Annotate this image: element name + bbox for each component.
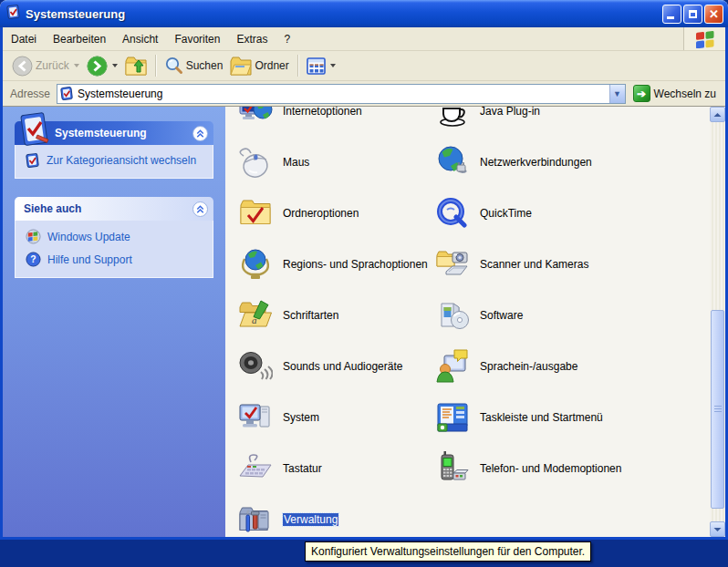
- item-java[interactable]: Java Plug-in: [435, 107, 540, 129]
- tooltip: Konfiguriert Verwaltungseinstellungen fü…: [305, 541, 591, 562]
- address-dropdown-button[interactable]: ▼: [609, 85, 625, 103]
- scroll-up-icon: [713, 112, 722, 118]
- explorer-window: Systemsteuerung ✕ Datei Bearbeiten Ansic…: [0, 0, 728, 540]
- network-connections-icon: [435, 145, 470, 180]
- chevron-down-icon: ▼: [613, 89, 621, 98]
- help-icon: ?: [26, 252, 41, 267]
- fonts-icon: a: [238, 298, 273, 333]
- sounds-audio-icon: [238, 349, 273, 384]
- windows-update-link[interactable]: Windows Update: [26, 229, 205, 244]
- back-dropdown-icon[interactable]: [74, 64, 79, 67]
- close-button[interactable]: ✕: [704, 5, 723, 24]
- see-also-panel: Siehe auch Windows Update ? Hilfe und Su…: [15, 197, 213, 278]
- phone-modem-icon: [435, 451, 470, 486]
- item-label: Schriftarten: [283, 309, 338, 322]
- item-label: Sprachein-/ausgabe: [480, 360, 577, 373]
- forward-button[interactable]: [83, 51, 121, 80]
- vertical-scrollbar[interactable]: [710, 107, 725, 537]
- windows-update-icon: [26, 229, 41, 244]
- item-sounds[interactable]: Sounds und Audiogeräte: [238, 349, 402, 384]
- item-label: Tastatur: [283, 462, 322, 475]
- views-dropdown-icon[interactable]: [330, 64, 336, 67]
- toolbar: Zurück Suchen Ordner: [3, 51, 725, 81]
- system-icon: [238, 400, 273, 435]
- forward-icon: [87, 56, 108, 77]
- scrollbar-grip-icon: [714, 406, 722, 413]
- toolbar-separator: [155, 55, 156, 77]
- back-button[interactable]: Zurück: [8, 51, 83, 80]
- collapse-button[interactable]: [192, 126, 208, 141]
- item-telefon[interactable]: Telefon- und Modemoptionen: [435, 451, 621, 486]
- titlebar[interactable]: Systemsteuerung ✕: [0, 0, 728, 27]
- item-sprachein-ausgabe[interactable]: Sprachein-/ausgabe: [435, 349, 577, 384]
- item-label: Netzwerkverbindungen: [480, 156, 592, 169]
- item-label: Software: [480, 309, 523, 322]
- menu-extras[interactable]: Extras: [228, 27, 276, 50]
- forward-dropdown-icon[interactable]: [112, 64, 118, 67]
- menu-hilfe[interactable]: ?: [276, 27, 298, 50]
- item-scanner[interactable]: Scanner und Kameras: [435, 247, 588, 282]
- close-icon: ✕: [709, 8, 719, 20]
- icon-list: Internetoptionen Maus Ordneroptionen Reg…: [225, 107, 710, 537]
- speech-icon: [435, 349, 470, 384]
- item-tastatur[interactable]: Tastatur: [238, 451, 322, 486]
- item-verwaltung[interactable]: Verwaltung: [238, 502, 338, 537]
- scrollbar-thumb[interactable]: [711, 310, 724, 509]
- address-label: Adresse: [10, 88, 50, 100]
- panel-title: Siehe auch: [24, 202, 81, 215]
- collapse-button[interactable]: [192, 201, 208, 217]
- chevron-up-icon: [195, 204, 205, 214]
- menu-datei[interactable]: Datei: [3, 27, 45, 50]
- item-label: Taskleiste und Startmenü: [480, 411, 603, 424]
- folders-icon: [230, 56, 252, 76]
- taskbar-startmenu-icon: [435, 400, 470, 435]
- scroll-up-button[interactable]: [710, 107, 725, 122]
- scroll-down-button[interactable]: [710, 521, 725, 537]
- regional-language-icon: [238, 247, 273, 282]
- go-arrow-icon: ➔: [633, 85, 650, 102]
- item-label: QuickTime: [480, 207, 532, 220]
- back-icon: [12, 56, 33, 77]
- item-label: Regions- und Sprachoptionen: [283, 258, 428, 271]
- address-bar: Adresse Systemsteuerung ▼ ➔ Wechseln zu: [3, 81, 725, 107]
- item-label: Java Plug-in: [480, 107, 540, 118]
- menu-favoriten[interactable]: Favoriten: [166, 27, 228, 50]
- item-netzwerkverbindungen[interactable]: Netzwerkverbindungen: [435, 145, 592, 180]
- menu-bar: Datei Bearbeiten Ansicht Favoriten Extra…: [3, 27, 725, 51]
- windows-logo-icon: [683, 27, 725, 50]
- menu-ansicht[interactable]: Ansicht: [114, 27, 166, 50]
- svg-text:a: a: [252, 314, 257, 325]
- item-software[interactable]: Software: [435, 298, 523, 333]
- scrollbar-track[interactable]: [710, 122, 725, 521]
- maximize-icon: [689, 10, 697, 18]
- category-view-link[interactable]: Zur Kategorieansicht wechseln: [26, 153, 205, 168]
- views-button[interactable]: [303, 51, 339, 80]
- item-label: Internetoptionen: [283, 107, 362, 118]
- mouse-icon: [238, 145, 273, 180]
- item-internetoptionen[interactable]: Internetoptionen: [238, 107, 362, 129]
- go-button[interactable]: ➔ Wechseln zu: [626, 81, 722, 106]
- software-icon: [435, 298, 470, 333]
- up-button[interactable]: [121, 51, 151, 80]
- item-ordneroptionen[interactable]: Ordneroptionen: [238, 196, 359, 231]
- search-label: Suchen: [186, 59, 224, 72]
- search-button[interactable]: Suchen: [161, 51, 227, 80]
- item-maus[interactable]: Maus: [238, 145, 309, 180]
- folders-button[interactable]: Ordner: [226, 51, 292, 80]
- maximize-button[interactable]: [683, 5, 702, 24]
- item-label: Telefon- und Modemoptionen: [480, 462, 621, 475]
- help-support-link[interactable]: ? Hilfe und Support: [26, 252, 205, 267]
- address-input[interactable]: Systemsteuerung ▼: [57, 84, 625, 104]
- control-panel-panel: Systemsteuerung Zur Kategorieansicht wec…: [15, 121, 213, 179]
- item-system[interactable]: System: [238, 400, 319, 435]
- folder-up-icon: [125, 56, 147, 76]
- scanner-camera-icon: [435, 247, 470, 282]
- menu-bearbeiten[interactable]: Bearbeiten: [45, 27, 114, 50]
- minimize-button[interactable]: [662, 5, 681, 24]
- item-quicktime[interactable]: QuickTime: [435, 196, 532, 231]
- item-regionsoptionen[interactable]: Regions- und Sprachoptionen: [238, 247, 428, 282]
- address-value: Systemsteuerung: [78, 88, 608, 100]
- item-schriftarten[interactable]: a Schriftarten: [238, 298, 338, 333]
- item-taskleiste[interactable]: Taskleiste und Startmenü: [435, 400, 603, 435]
- windows-update-label: Windows Update: [47, 231, 130, 243]
